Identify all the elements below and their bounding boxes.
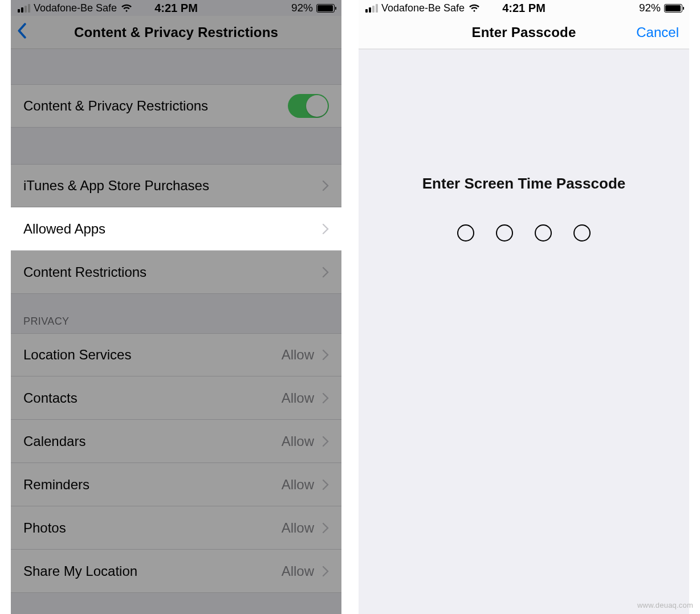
chevron-right-icon [322, 180, 329, 191]
cancel-button[interactable]: Cancel [636, 24, 679, 40]
screenshot-right: Vodafone-Be Safe 4:21 PM 92% Enter Passc… [359, 0, 689, 614]
battery-percent: 92% [291, 2, 313, 14]
cell-label: iTunes & App Store Purchases [23, 178, 322, 194]
row-calendars[interactable]: Calendars Allow [11, 420, 341, 463]
page-title: Enter Passcode [472, 24, 576, 40]
cell-label: Calendars [23, 433, 282, 449]
chevron-right-icon [322, 479, 329, 490]
passcode-prompt: Enter Screen Time Passcode [422, 175, 625, 193]
row-photos[interactable]: Photos Allow [11, 506, 341, 550]
row-content-restrictions[interactable]: Content Restrictions [11, 251, 341, 294]
status-bar: Vodafone-Be Safe 4:21 PM 92% [11, 0, 341, 16]
carrier-label: Vodafone-Be Safe [34, 2, 117, 14]
passcode-dot [535, 224, 552, 241]
status-time: 4:21 PM [154, 2, 198, 15]
row-share-location[interactable]: Share My Location Allow [11, 550, 341, 593]
cell-label: Share My Location [23, 563, 282, 579]
cell-detail: Allow [282, 520, 314, 536]
back-button[interactable] [17, 23, 31, 42]
page-title: Content & Privacy Restrictions [74, 24, 278, 40]
signal-icon [18, 3, 30, 13]
row-location-services[interactable]: Location Services Allow [11, 333, 341, 376]
cell-detail: Allow [282, 433, 314, 449]
battery-icon [316, 4, 335, 13]
status-time: 4:21 PM [502, 2, 546, 15]
toggle-row-content-privacy[interactable]: Content & Privacy Restrictions [11, 84, 341, 128]
chevron-right-icon [322, 566, 329, 577]
chevron-right-icon [322, 223, 329, 235]
chevron-right-icon [322, 522, 329, 534]
screenshot-left: Vodafone-Be Safe 4:21 PM 92% Content & P… [11, 0, 341, 614]
navbar: Content & Privacy Restrictions [11, 16, 341, 49]
cell-label: Content Restrictions [23, 264, 322, 280]
chevron-right-icon [322, 267, 329, 278]
chevron-right-icon [322, 392, 329, 404]
cell-detail: Allow [282, 390, 314, 406]
passcode-dot [457, 224, 474, 241]
cell-label: Contacts [23, 390, 282, 406]
settings-list: Content & Privacy Restrictions iTunes & … [11, 49, 341, 614]
carrier-label: Vodafone-Be Safe [381, 2, 465, 14]
row-contacts[interactable]: Contacts Allow [11, 376, 341, 420]
cell-detail: Allow [282, 477, 314, 493]
toggle-on-icon[interactable] [288, 94, 329, 118]
cell-label: Allowed Apps [23, 221, 322, 237]
chevron-right-icon [322, 436, 329, 447]
chevron-right-icon [322, 349, 329, 361]
passcode-dot [573, 224, 591, 241]
cell-label: Location Services [23, 347, 282, 363]
cell-detail: Allow [282, 347, 314, 363]
watermark: www.deuaq.com [637, 601, 693, 609]
cell-label: Photos [23, 520, 282, 536]
cell-label: Reminders [23, 477, 282, 493]
wifi-icon [468, 3, 481, 13]
section-header-privacy: PRIVACY [11, 294, 341, 333]
status-bar: Vodafone-Be Safe 4:21 PM 92% [359, 0, 689, 16]
battery-percent: 92% [639, 2, 661, 14]
passcode-dots[interactable] [457, 224, 591, 241]
row-allowed-apps[interactable]: Allowed Apps [11, 207, 341, 251]
passcode-body: Enter Screen Time Passcode [359, 49, 689, 614]
cell-label: Content & Privacy Restrictions [23, 98, 288, 114]
cell-detail: Allow [282, 563, 314, 579]
battery-icon [664, 4, 682, 13]
navbar: Enter Passcode Cancel [359, 16, 689, 49]
row-reminders[interactable]: Reminders Allow [11, 463, 341, 506]
passcode-dot [496, 224, 513, 241]
row-itunes-purchases[interactable]: iTunes & App Store Purchases [11, 164, 341, 207]
signal-icon [365, 3, 378, 13]
wifi-icon [120, 3, 133, 13]
